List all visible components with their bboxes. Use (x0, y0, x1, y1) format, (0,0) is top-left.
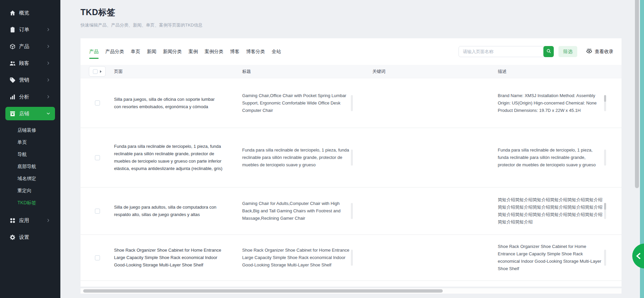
sidebar-item-label: 设置 (19, 234, 50, 241)
vertical-scrollbar-thumb[interactable] (635, 0, 639, 188)
tab-news-categories[interactable]: 新闻分类 (163, 47, 182, 57)
tab-blog-categories[interactable]: 博客分类 (246, 47, 265, 57)
search-input[interactable] (459, 46, 554, 57)
submenu-item-domain-binding[interactable]: 域名绑定 (0, 172, 60, 184)
search-button[interactable] (543, 46, 554, 57)
row-checkbox[interactable] (95, 100, 100, 105)
orders-icon (9, 27, 16, 33)
description-cell[interactable]: 简短介绍简短介绍简短介绍简短介绍简短介绍简短介绍简短介绍简短介绍简短介绍简短介绍… (498, 187, 622, 235)
cell-scrollbar[interactable] (604, 150, 606, 166)
sidebar-item-apps[interactable]: 应用 (0, 212, 60, 229)
page-cell: Silla para juegos, silla de oficina con … (114, 96, 223, 111)
title-cell[interactable]: Gaming Chair for Adults,Computer Chair w… (242, 187, 372, 235)
sidebar-item-label: 概览 (19, 10, 50, 16)
title-cell[interactable]: Funda para silla reclinable de terciopel… (242, 128, 372, 187)
tab-product-categories[interactable]: 产品分类 (105, 47, 124, 57)
chevron-right-icon (46, 218, 50, 222)
column-header-description: 描述 (498, 69, 622, 75)
submenu-item-navigation[interactable]: 导航 (0, 148, 60, 160)
sidebar-item-settings[interactable]: 设置 (0, 229, 60, 246)
sidebar-item-orders[interactable]: 订单 (0, 21, 60, 38)
sidebar-item-products[interactable]: 产品 (0, 38, 60, 55)
table-header: 页面 标题 关键词 描述 (80, 65, 622, 78)
home-icon (9, 10, 16, 16)
customers-icon (9, 60, 16, 67)
filter-button[interactable]: 筛选 (558, 46, 577, 57)
select-all-checkbox[interactable] (93, 69, 98, 74)
caret-right-icon (100, 70, 102, 73)
store-icon (9, 111, 16, 117)
analytics-icon (9, 94, 16, 100)
table-row-partial (80, 281, 622, 287)
chevron-right-icon (46, 95, 50, 99)
tab-whole-site[interactable]: 全站 (272, 47, 281, 57)
sidebar-item-label: 订单 (19, 27, 46, 33)
view-index-label: 查看收录 (595, 49, 613, 55)
cell-scrollbar[interactable] (351, 95, 353, 111)
tab-products[interactable]: 产品 (89, 47, 99, 57)
cell-scrollbar[interactable] (351, 150, 353, 166)
cell-scrollbar[interactable] (604, 250, 606, 266)
row-checkbox[interactable] (95, 255, 100, 260)
cell-scrollbar[interactable] (351, 250, 353, 266)
submenu-item-tkd-tags[interactable]: TKD标签 (0, 197, 60, 209)
keywords-cell[interactable] (372, 78, 498, 128)
sidebar-item-marketing[interactable]: 营销 (0, 72, 60, 88)
sidebar-item-label: 营销 (19, 77, 46, 83)
keywords-cell[interactable] (372, 128, 498, 187)
products-icon (9, 43, 16, 50)
cell-scrollbar[interactable] (351, 203, 353, 219)
content-card: 产品产品分类单页新闻新闻分类案例案例分类博客博客分类全站 筛选 (80, 38, 622, 287)
row-checkbox[interactable] (95, 155, 100, 160)
apps-icon (9, 217, 16, 224)
sidebar-item-store[interactable]: 店铺 (5, 107, 55, 120)
view-index-button[interactable]: 查看收录 (586, 48, 613, 55)
sidebar-item-label: 店铺 (19, 111, 46, 117)
sidebar-item-label: 分析 (19, 94, 46, 100)
settings-icon (9, 234, 16, 241)
row-checkbox[interactable] (95, 209, 100, 214)
page-cell: Silla de juego para adultos, silla de co… (114, 204, 223, 218)
tab-single-pages[interactable]: 单页 (131, 47, 140, 57)
table-row: Silla de juego para adultos, silla de co… (80, 187, 622, 235)
eye-icon (586, 48, 592, 55)
sidebar-item-customers[interactable]: 顾客 (0, 55, 60, 72)
sidebar-nav-bottom: 应用 设置 (0, 212, 60, 246)
cell-scrollbar[interactable] (604, 95, 606, 111)
column-header-title: 标题 (242, 69, 372, 75)
title-cell[interactable]: Shoe Rack Organizer Shoe Cabinet for Hom… (242, 235, 372, 281)
horizontal-scrollbar-thumb[interactable] (83, 289, 443, 293)
chevron-right-icon (46, 28, 50, 32)
title-cell[interactable]: Gaming Chair,Office Chair with Pocket Sp… (242, 78, 372, 128)
chevron-down-icon (46, 112, 50, 116)
toolbar: 产品产品分类单页新闻新闻分类案例案例分类博客博客分类全站 筛选 (80, 38, 622, 65)
sidebar-nav-top: 概览 订单 产品 顾客 营销 分析 店铺 (0, 0, 60, 120)
main-content: TKD标签 快速编辑产品、产品分类、新闻、单页、案例等页面的TKD信息 产品产品… (60, 0, 644, 298)
description-cell[interactable]: Funda para silla reclinable de terciopel… (498, 128, 622, 187)
tab-blog[interactable]: 博客 (230, 47, 239, 57)
select-all-box[interactable] (89, 66, 106, 77)
submenu-item-footer-nav[interactable]: 底部导航 (0, 160, 60, 172)
tab-cases[interactable]: 案例 (189, 47, 198, 57)
cell-scrollbar[interactable] (604, 203, 606, 219)
chevron-left-icon (634, 251, 644, 261)
tab-bar: 产品产品分类单页新闻新闻分类案例案例分类博客博客分类全站 (89, 47, 281, 57)
sidebar: 概览 订单 产品 顾客 营销 分析 店铺 店铺装修单页导航底部导航域名绑定重定向… (0, 0, 60, 298)
sidebar-item-label: 顾客 (19, 60, 46, 67)
tab-news[interactable]: 新闻 (147, 47, 156, 57)
tab-case-categories[interactable]: 案例分类 (205, 47, 223, 57)
submenu-item-single-page[interactable]: 单页 (0, 136, 60, 148)
description-cell[interactable]: Shoe Rack Organizer Shoe Cabinet for Hom… (498, 235, 622, 281)
app-window: 概览 订单 产品 顾客 营销 分析 店铺 店铺装修单页导航底部导航域名绑定重定向… (0, 0, 644, 298)
submenu-item-store-decoration[interactable]: 店铺装修 (0, 124, 60, 136)
sidebar-item-label: 应用 (19, 217, 46, 224)
search-icon (546, 48, 551, 55)
sidebar-item-analytics[interactable]: 分析 (0, 88, 60, 105)
page-subtitle: 快速编辑产品、产品分类、新闻、单页、案例等页面的TKD信息 (80, 22, 203, 28)
description-cell[interactable]: Brand Name: XMSJ Installation Method: As… (498, 78, 622, 128)
sidebar-item-overview[interactable]: 概览 (0, 4, 60, 21)
keywords-cell[interactable] (372, 235, 498, 281)
store-submenu: 店铺装修单页导航底部导航域名绑定重定向TKD标签 (0, 122, 60, 210)
submenu-item-redirect[interactable]: 重定向 (0, 184, 60, 197)
keywords-cell[interactable] (372, 187, 498, 235)
